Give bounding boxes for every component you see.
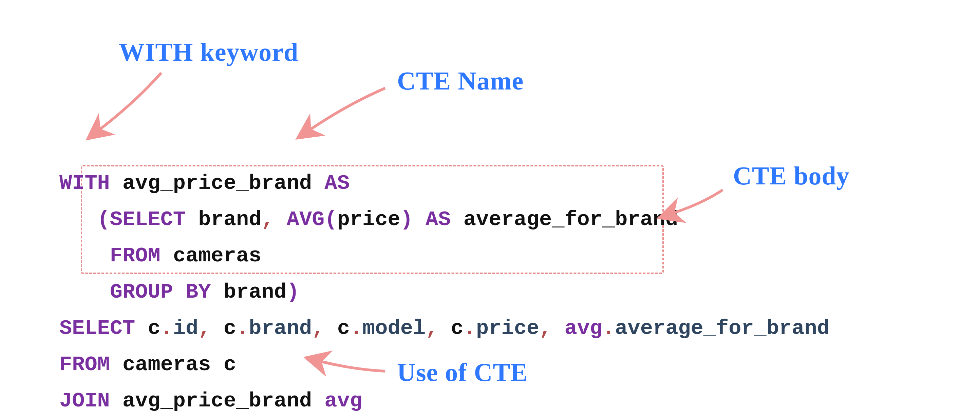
rparen: ) bbox=[287, 280, 299, 304]
func-avg: AVG bbox=[287, 208, 325, 231]
kw-from: FROM bbox=[110, 244, 161, 268]
alias-c-4: c bbox=[451, 316, 463, 340]
arrow-cte-name bbox=[309, 88, 385, 130]
alias-avg: avg bbox=[564, 316, 602, 340]
cte-ref: avg_price_brand bbox=[123, 389, 312, 413]
comma: , bbox=[261, 208, 274, 231]
comma-2: , bbox=[312, 316, 325, 340]
sql-code: WITH avg_price_brand AS (SELECT brand, A… bbox=[59, 129, 830, 420]
dot-3: . bbox=[350, 316, 363, 340]
kw-as-2: AS bbox=[426, 208, 451, 231]
kw-group: GROUP bbox=[110, 280, 173, 304]
kw-select: SELECT bbox=[110, 208, 186, 231]
lparen: ( bbox=[97, 208, 110, 231]
comma-3: , bbox=[426, 316, 438, 340]
annotation-with-keyword: WITH keyword bbox=[119, 37, 298, 67]
line-7: JOIN avg_price_brand avg bbox=[59, 389, 363, 413]
prop-avgforbrand: average_for_brand bbox=[615, 316, 830, 340]
kw-with: WITH bbox=[59, 171, 110, 195]
kw-select-2: SELECT bbox=[59, 316, 135, 340]
dot-4: . bbox=[463, 316, 476, 340]
kw-join: JOIN bbox=[59, 389, 110, 413]
line-6: FROM cameras c bbox=[59, 353, 236, 377]
alias-c: c bbox=[224, 353, 236, 377]
kw-as: AS bbox=[325, 171, 350, 195]
tbl-cameras-2: cameras bbox=[123, 353, 211, 377]
arrow-with-keyword bbox=[99, 73, 161, 130]
prop-price: price bbox=[476, 316, 539, 340]
line-5: SELECT c.id, c.brand, c.model, c.price, … bbox=[59, 316, 830, 340]
line-1: WITH avg_price_brand AS bbox=[59, 171, 350, 195]
comma-4: , bbox=[539, 316, 552, 340]
col-price: price bbox=[337, 208, 401, 231]
tbl-cameras: cameras bbox=[173, 244, 261, 268]
line-3: FROM cameras bbox=[59, 244, 261, 268]
annotation-cte-name: CTE Name bbox=[397, 66, 523, 96]
dot-2: . bbox=[236, 316, 249, 340]
comma-1: , bbox=[198, 316, 211, 340]
cte-name: avg_price_brand bbox=[123, 171, 312, 195]
prop-id: id bbox=[173, 316, 198, 340]
kw-by: BY bbox=[186, 280, 211, 304]
alias-c-1: c bbox=[148, 316, 160, 340]
alias-c-3: c bbox=[337, 316, 350, 340]
line-4: GROUP BY brand) bbox=[59, 280, 299, 304]
rparen2: ) bbox=[401, 208, 413, 231]
prop-brand: brand bbox=[249, 316, 312, 340]
alias-aveforband: average_for_brand bbox=[463, 208, 678, 231]
kw-from-2: FROM bbox=[59, 353, 110, 377]
lparen2: ( bbox=[325, 208, 337, 231]
dot-1: . bbox=[161, 316, 173, 340]
line-2: (SELECT brand, AVG(price) AS average_for… bbox=[59, 208, 678, 231]
alias-c-2: c bbox=[224, 316, 236, 340]
col-brand-2: brand bbox=[224, 280, 287, 304]
col-brand: brand bbox=[198, 208, 261, 231]
dot-5: . bbox=[602, 316, 615, 340]
prop-model: model bbox=[363, 316, 426, 340]
alias-avg-2: avg bbox=[325, 389, 363, 413]
diagram-stage: WITH keyword CTE Name CTE body Use of CT… bbox=[0, 0, 980, 420]
